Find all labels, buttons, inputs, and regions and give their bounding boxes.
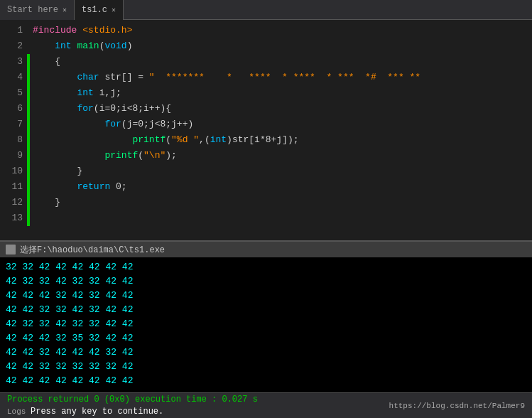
status-bar: Process returned 0 (0x0) execution time … [0, 392, 532, 418]
gutter-line-2: 2 [0, 38, 23, 54]
terminal-line-2: 42 32 32 42 32 32 42 42 [6, 274, 526, 289]
gutter-line-3: - 3 [0, 54, 23, 70]
code-line-13 [27, 210, 532, 226]
tab-bar: Start here ✕ ts1.c ✕ [0, 0, 532, 20]
code-line-3: { [27, 54, 532, 70]
terminal-line-4: 42 42 32 32 42 32 42 42 [6, 303, 526, 317]
logs-label: Logs [7, 407, 31, 416]
tab-ts1c-label: ts1.c [82, 5, 107, 15]
terminal-titlebar: 选择F:\haoduo\daima\C\ts1.exe [0, 240, 532, 257]
line-numbers: 1 2 - 3 4 5 - 6 7 8 9 10 11 12 13 [0, 20, 27, 240]
terminal-line-7: 42 42 32 42 42 42 32 42 [6, 345, 526, 360]
gutter-line-6: - 6 [0, 101, 23, 117]
tab-start-here[interactable]: Start here ✕ [0, 0, 75, 20]
terminal-line-6: 42 42 42 32 35 32 42 42 [6, 331, 526, 345]
terminal-line-5: 42 32 32 42 32 32 42 42 [6, 317, 526, 331]
status-left: Process returned 0 (0x0) execution time … [7, 394, 258, 418]
gutter-line-9: 9 [0, 148, 23, 164]
terminal-line-9: 42 42 42 42 42 42 42 42 [6, 374, 526, 388]
code-content[interactable]: #include <stdio.h> int main(void) { char… [27, 20, 532, 240]
terminal-title: 选择F:\haoduo\daima\C\ts1.exe [20, 244, 165, 256]
tab-ts1c-close[interactable]: ✕ [112, 6, 116, 14]
gutter-line-10: 10 [0, 164, 23, 179]
gutter-line-4: 4 [0, 70, 23, 85]
terminal-line-3: 42 42 42 32 42 32 42 42 [6, 289, 526, 303]
code-line-6: for(i=0;i<8;i++){ [27, 101, 532, 117]
code-line-7: for(j=0;j<8;j++) [27, 117, 532, 132]
process-text: Process returned 0 (0x0) execution time … [7, 395, 258, 404]
green-bar [27, 54, 30, 226]
terminal-output: 32 32 42 42 42 42 42 42 42 32 32 42 32 3… [0, 257, 532, 392]
gutter-line-1: 1 [0, 23, 23, 38]
tab-start-here-close[interactable]: ✕ [63, 6, 67, 14]
gutter-line-8: 8 [0, 132, 23, 148]
code-line-10: } [27, 164, 532, 179]
code-line-2: int main(void) [27, 38, 532, 54]
gutter-line-13: 13 [0, 210, 23, 226]
code-line-11: return 0; [27, 179, 532, 195]
code-line-4: char str[] = " ******* * **** * **** * *… [27, 70, 532, 85]
gutter-line-7: 7 [0, 117, 23, 132]
code-editor: 1 2 - 3 4 5 - 6 7 8 9 10 11 12 13 #inclu… [0, 20, 532, 240]
gutter-line-12: 12 [0, 195, 23, 210]
code-line-1: #include <stdio.h> [27, 23, 532, 38]
code-line-8: printf("%d ",(int)str[i*8+j]); [27, 132, 532, 148]
tab-start-here-label: Start here [7, 5, 58, 15]
tab-ts1c[interactable]: ts1.c ✕ [75, 0, 124, 20]
terminal-line-1: 32 32 42 42 42 42 42 42 [6, 260, 526, 274]
continue-line: Logs Press any key to continue. [7, 406, 258, 418]
terminal-line-8: 42 42 32 32 32 32 32 42 [6, 360, 526, 374]
url-text: https://blog.csdn.net/Palmer9 [389, 402, 525, 410]
code-line-5: int i,j; [27, 85, 532, 101]
code-line-9: printf("\n"); [27, 148, 532, 164]
code-line-12: } [27, 195, 532, 210]
terminal-icon [6, 245, 16, 254]
continue-text: Logs Press any key to continue. [7, 407, 163, 417]
gutter-line-11: 11 [0, 179, 23, 195]
process-line: Process returned 0 (0x0) execution time … [7, 394, 258, 406]
gutter-line-5: 5 [0, 85, 23, 101]
